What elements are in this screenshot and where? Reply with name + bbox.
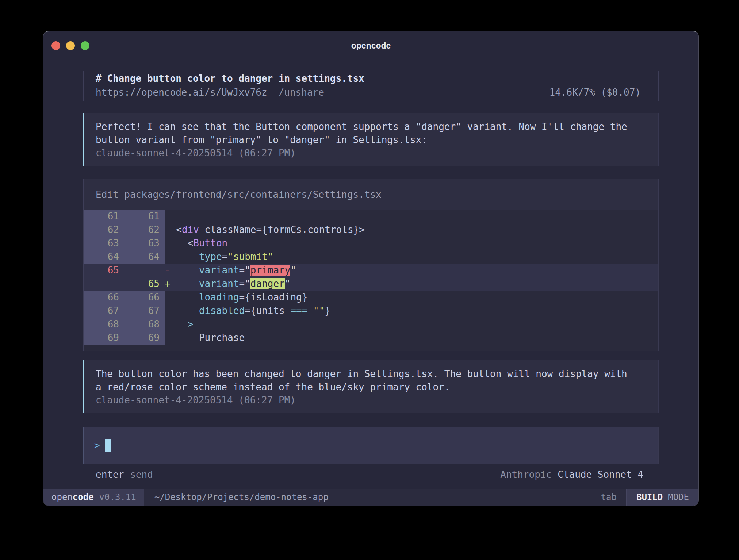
- diff-gutter: 6161: [84, 210, 165, 223]
- diff-gutter: 6767: [84, 304, 165, 318]
- diff-gutter: 65: [84, 277, 165, 291]
- line-number-old: 61: [84, 210, 124, 223]
- app-name-code: code: [73, 492, 94, 502]
- opencode-window: opencode # Change button color to danger…: [43, 31, 699, 506]
- line-number-old: 65: [84, 264, 124, 277]
- diff-view: 61616262 <div className={formCs.controls…: [84, 210, 658, 351]
- unshare-command[interactable]: /unshare: [279, 85, 324, 99]
- line-number-new: [124, 264, 165, 277]
- diff-row: 6666 loading={isLoading}: [84, 291, 658, 304]
- token-cost-stats: 14.6K/7% ($0.07): [550, 85, 641, 99]
- diff-code-line: + variant="danger": [165, 277, 290, 291]
- diff-row: 6363 <Button: [84, 237, 658, 250]
- message-line: Perfect! I can see that the Button compo…: [96, 120, 644, 133]
- message-line: a red/rose color scheme instead of the b…: [96, 380, 644, 394]
- app-name-open: open: [51, 492, 73, 502]
- diff-gutter: 6464: [84, 250, 165, 264]
- model-name-label: Claude Sonnet 4: [558, 469, 643, 480]
- line-number-new: 63: [124, 237, 165, 250]
- line-number-old: 64: [84, 250, 124, 264]
- text-cursor: [105, 439, 111, 452]
- line-number-old: [84, 277, 124, 291]
- window-titlebar: opencode: [43, 31, 698, 60]
- diff-row: 6969 Purchase: [84, 331, 658, 345]
- line-number-new: 67: [124, 304, 165, 318]
- traffic-lights: [51, 31, 89, 60]
- diff-code-line: disabled={units === ""}: [165, 304, 330, 318]
- mode-label-bold: BUILD: [636, 492, 663, 502]
- diff-gutter: 6868: [84, 318, 165, 331]
- line-number-old: 69: [84, 331, 124, 345]
- message-line: The button color has been changed to dan…: [96, 367, 644, 380]
- mode-label-rest: MODE: [668, 492, 689, 502]
- provider-label: Anthropic: [500, 469, 552, 480]
- diff-code-line: <Button: [165, 237, 227, 250]
- assistant-message: The button color has been changed to dan…: [83, 360, 659, 413]
- tab-key-hint: tab: [601, 489, 617, 506]
- line-number-new: 64: [124, 250, 165, 264]
- diff-code-line: >: [165, 318, 193, 331]
- message-text: Perfect! I can see that the Button compo…: [96, 120, 644, 146]
- diff-gutter: 6666: [84, 291, 165, 304]
- diff-gutter: 6363: [84, 237, 165, 250]
- diff-code-line: - variant="primary": [165, 264, 296, 277]
- line-number-new: 65: [124, 277, 165, 291]
- session-title: # Change button color to danger in setti…: [96, 72, 641, 85]
- line-number-new: 69: [124, 331, 165, 345]
- model-indicator: AnthropicClaude Sonnet 4: [500, 469, 643, 480]
- diff-code-line: Purchase: [165, 331, 245, 345]
- line-number-old: 62: [84, 223, 124, 237]
- working-directory: ~/Desktop/Projects/demo-notes-app: [154, 489, 329, 506]
- line-number-new: 66: [124, 291, 165, 304]
- diff-row: 6464 type="submit": [84, 250, 658, 264]
- diff-gutter: 65: [84, 264, 165, 277]
- line-number-new: 61: [124, 210, 165, 223]
- mode-chip: BUILDMODE: [626, 489, 698, 506]
- line-number-old: 66: [84, 291, 124, 304]
- enter-send-hint: entersend: [96, 469, 153, 480]
- maximize-window-button[interactable]: [81, 41, 89, 50]
- input-footer: entersend AnthropicClaude Sonnet 4: [83, 468, 659, 481]
- share-row: https://opencode.ai/s/UwJxv76z /unshare …: [96, 85, 641, 99]
- diff-row: 6262 <div className={formCs.controls}>: [84, 223, 658, 237]
- status-bar: opencodev0.3.11 ~/Desktop/Projects/demo-…: [43, 489, 698, 506]
- diff-gutter: 6262: [84, 223, 165, 237]
- line-number-new: 62: [124, 223, 165, 237]
- edit-tool-block: Edit packages/frontend/src/containers/Se…: [83, 179, 659, 351]
- diff-row: 6161: [84, 210, 658, 223]
- close-window-button[interactable]: [51, 41, 60, 50]
- hint-action-label: send: [130, 469, 153, 480]
- edit-file-header: Edit packages/frontend/src/containers/Se…: [84, 179, 658, 210]
- prompt-symbol: >: [94, 440, 100, 451]
- window-title: opencode: [351, 41, 391, 51]
- model-timestamp: claude-sonnet-4-20250514 (06:27 PM): [96, 394, 644, 407]
- diff-code-line: loading={isLoading}: [165, 291, 307, 304]
- diff-row: 6868 >: [84, 318, 658, 331]
- status-bar-right: tab BUILDMODE: [601, 489, 698, 506]
- diff-code-line: type="submit": [165, 250, 273, 264]
- line-number-old: 63: [84, 237, 124, 250]
- share-url-link[interactable]: https://opencode.ai/s/UwJxv76z: [96, 85, 267, 99]
- message-text: The button color has been changed to dan…: [96, 367, 644, 394]
- diff-row: 65- variant="primary": [84, 264, 658, 277]
- session-content: # Change button color to danger in setti…: [83, 60, 659, 489]
- app-version-chip: opencodev0.3.11: [43, 489, 144, 506]
- minimize-window-button[interactable]: [66, 41, 75, 50]
- diff-code-line: <div className={formCs.controls}>: [165, 223, 365, 237]
- line-number-new: 68: [124, 318, 165, 331]
- model-timestamp: claude-sonnet-4-20250514 (06:27 PM): [96, 146, 644, 160]
- assistant-message: Perfect! I can see that the Button compo…: [83, 113, 659, 166]
- message-line: button variant from "primary" to "danger…: [96, 133, 644, 146]
- line-number-old: 67: [84, 304, 124, 318]
- diff-row: 6767 disabled={units === ""}: [84, 304, 658, 318]
- diff-row: 65+ variant="danger": [84, 277, 658, 291]
- hint-key-label: enter: [96, 469, 124, 480]
- diff-gutter: 6969: [84, 331, 165, 345]
- app-version: v0.3.11: [99, 492, 136, 502]
- session-header: # Change button color to danger in setti…: [83, 71, 659, 101]
- prompt-input[interactable]: >: [83, 427, 659, 464]
- line-number-old: 68: [84, 318, 124, 331]
